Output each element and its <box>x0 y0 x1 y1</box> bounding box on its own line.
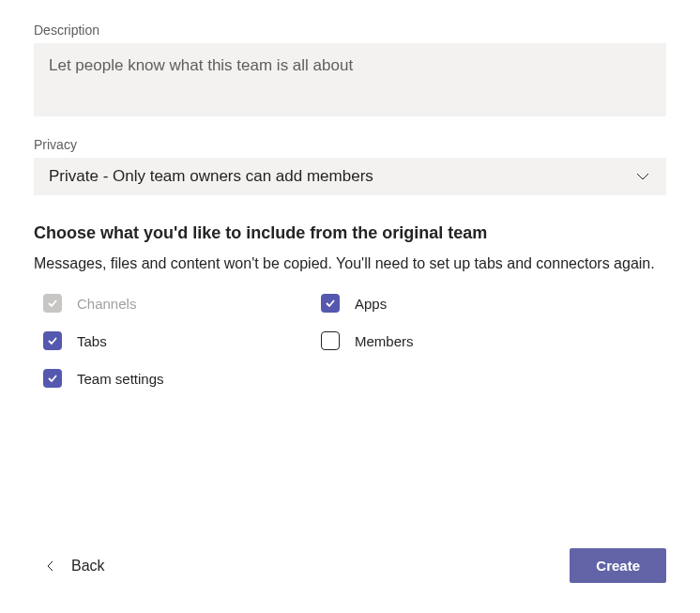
include-subtext: Messages, files and content won't be cop… <box>34 253 666 275</box>
description-input[interactable]: Let people know what this team is all ab… <box>34 43 666 116</box>
chevron-down-icon <box>634 168 651 185</box>
chevron-left-icon <box>45 560 56 572</box>
checkbox-grid: Channels Apps Tabs Members Team settings <box>34 294 578 388</box>
privacy-label: Privacy <box>34 137 666 152</box>
back-button[interactable]: Back <box>34 552 105 580</box>
checkbox-label-tabs: Tabs <box>77 333 107 349</box>
checkbox-teamsettings[interactable] <box>43 369 62 388</box>
description-placeholder: Let people know what this team is all ab… <box>49 56 353 74</box>
checkbox-label-teamsettings: Team settings <box>77 371 164 387</box>
description-label: Description <box>34 23 666 38</box>
footer: Back Create <box>34 548 666 583</box>
checkbox-channels <box>43 294 62 313</box>
checkbox-item-apps[interactable]: Apps <box>312 294 578 313</box>
checkbox-label-apps: Apps <box>355 296 387 312</box>
checkbox-apps[interactable] <box>321 294 340 313</box>
include-heading: Choose what you'd like to include from t… <box>34 223 666 243</box>
checkbox-item-members[interactable]: Members <box>312 331 578 350</box>
back-label: Back <box>71 558 105 575</box>
privacy-select[interactable]: Private - Only team owners can add membe… <box>34 158 666 195</box>
checkbox-label-channels: Channels <box>77 296 136 312</box>
checkbox-item-teamsettings[interactable]: Team settings <box>34 369 300 388</box>
checkbox-item-tabs[interactable]: Tabs <box>34 331 300 350</box>
checkbox-item-channels: Channels <box>34 294 300 313</box>
create-button[interactable]: Create <box>570 548 666 583</box>
checkbox-label-members: Members <box>355 333 414 349</box>
privacy-value: Private - Only team owners can add membe… <box>49 167 373 186</box>
checkbox-tabs[interactable] <box>43 331 62 350</box>
checkbox-members[interactable] <box>321 331 340 350</box>
